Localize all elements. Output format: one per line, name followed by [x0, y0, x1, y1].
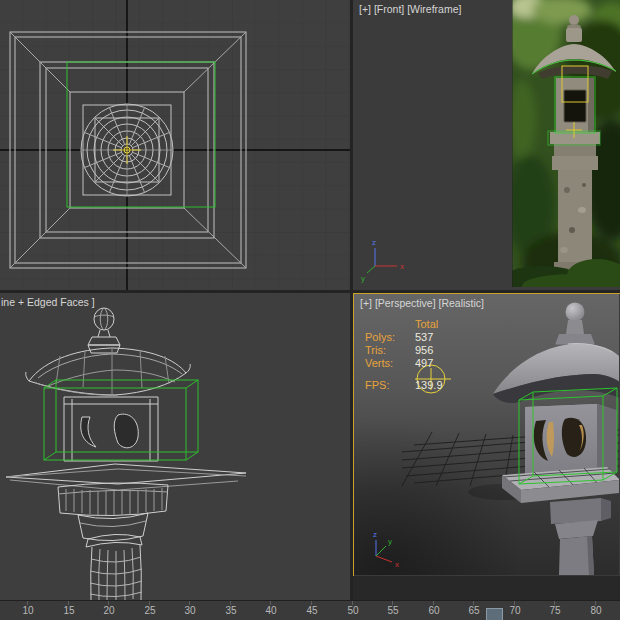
stats-verts-label: Verts:	[365, 357, 415, 370]
quad-viewport-area: [+] [Front] [Wireframe]	[0, 0, 620, 620]
viewport-perspective[interactable]: [+] [Perspective] [Realistic] Total Poly…	[353, 293, 620, 578]
stats-total-label: Total	[415, 318, 438, 331]
timeline-tick-label: 65	[463, 605, 485, 616]
axis-y-label: y	[388, 537, 392, 546]
viewport-orthographic[interactable]: ine + Edged Faces ]	[0, 293, 350, 600]
stats-verts-value: 497	[415, 357, 433, 370]
timeline-tick-label: 30	[179, 605, 201, 616]
ortho-view-canvas	[0, 293, 350, 600]
timeline-ruler[interactable]: 10 15 20 25 30 35 40 45 50 55 60 65 70 7…	[0, 600, 620, 620]
timeline-tick-label: 75	[544, 605, 566, 616]
viewport-front-label[interactable]: [+] [Front] [Wireframe]	[359, 3, 461, 15]
reference-photo	[502, 0, 620, 290]
timeline-tick-label: 45	[301, 605, 323, 616]
viewport-top[interactable]	[0, 0, 350, 290]
viewport-front[interactable]: [+] [Front] [Wireframe]	[353, 0, 620, 290]
timeline-tick-label: 20	[98, 605, 120, 616]
front-view-canvas: z x y	[353, 0, 620, 290]
viewport-perspective-label[interactable]: [+] [Perspective] [Realistic]	[360, 297, 484, 309]
axis-x-label: x	[400, 262, 404, 271]
stats-tris-value: 956	[415, 344, 433, 357]
stats-polys-label: Polys:	[365, 331, 415, 344]
axis-x-label: x	[395, 560, 399, 569]
timeline-tick-label: 70	[504, 605, 526, 616]
timeline-tick-label: 55	[382, 605, 404, 616]
top-view-canvas	[0, 0, 350, 290]
axis-z-label: z	[372, 238, 376, 247]
stats-fps-value: 139.9	[415, 379, 443, 392]
stats-tris-label: Tris:	[365, 344, 415, 357]
timeline-tick-label: 15	[58, 605, 80, 616]
timeline-tick-label: 40	[260, 605, 282, 616]
timeline-tick-label: 80	[585, 605, 607, 616]
viewport-ortho-label[interactable]: ine + Edged Faces ]	[1, 296, 95, 308]
track-bar-spacer	[353, 576, 620, 600]
timeline-tick-label: 10	[17, 605, 39, 616]
stats-polys-value: 537	[415, 331, 433, 344]
timeline-tick-label: 50	[342, 605, 364, 616]
axis-z-label: z	[373, 530, 377, 539]
timeline-tick-label: 35	[220, 605, 242, 616]
axis-y-label: y	[361, 274, 365, 283]
timeline-tick-label: 25	[139, 605, 161, 616]
timeline-tick-label: 60	[423, 605, 445, 616]
viewport-statistics: Total Polys:537 Tris:956 Verts:497 FPS:1…	[365, 318, 443, 392]
stats-fps-label: FPS:	[365, 379, 415, 392]
timeline-marker[interactable]	[486, 608, 503, 620]
